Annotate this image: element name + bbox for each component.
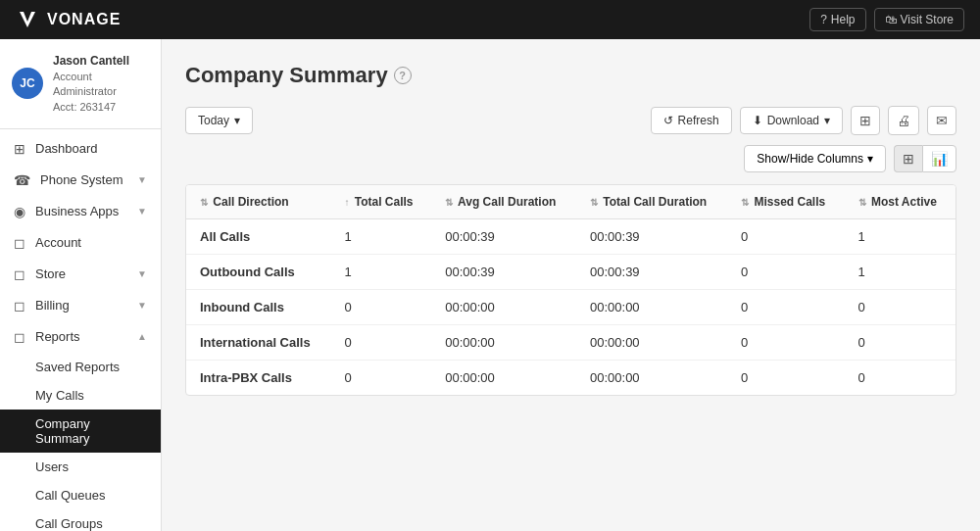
user-name: Jason Cantell [53, 53, 149, 70]
sidebar-item-store[interactable]: ◻ Store ▼ [0, 259, 161, 290]
page-title: Company Summary ? [185, 63, 956, 88]
refresh-button[interactable]: ↺ Refresh [651, 107, 732, 134]
view-toggle: ⊞ 📊 [894, 145, 956, 172]
sidebar-item-billing[interactable]: ◻ Billing ▼ [0, 290, 161, 321]
help-icon: ? [820, 13, 827, 26]
chevron-icon: ▼ [137, 206, 147, 217]
sidebar-item-users[interactable]: Users [0, 453, 161, 481]
toolbar-left: Today ▾ [185, 107, 253, 134]
user-acct: Acct: 263147 [53, 100, 149, 115]
sort-icon: ⇅ [200, 197, 208, 208]
layout: JC Jason Cantell Account Administrator A… [0, 39, 980, 531]
table-view-button[interactable]: ⊞ [894, 145, 922, 172]
sidebar-item-label: Billing [35, 298, 70, 313]
email-icon: ✉ [936, 113, 948, 128]
cell-total-calls: 1 [330, 219, 431, 255]
cell-avg-duration: 00:00:00 [431, 325, 576, 361]
cell-most-active: 1 [845, 255, 956, 290]
phone-icon: ☎ [14, 172, 30, 188]
cell-direction: Outbound Calls [186, 255, 330, 290]
show-hide-columns-button[interactable]: Show/Hide Columns ▾ [744, 145, 886, 172]
summary-table: ⇅ Call Direction ↑ Total Calls ⇅ Avg Cal… [186, 185, 956, 395]
cell-missed-calls: 0 [727, 290, 844, 325]
sidebar-item-reports[interactable]: ◻ Reports ▲ [0, 321, 161, 353]
col-header-avg-call-duration[interactable]: ⇅ Avg Call Duration [431, 185, 576, 219]
chevron-icon: ▲ [137, 331, 147, 342]
table-icon: ⊞ [859, 113, 871, 128]
sidebar-item-phone-system[interactable]: ☎ Phone System ▼ [0, 165, 161, 196]
col-header-total-calls[interactable]: ↑ Total Calls [330, 185, 431, 219]
download-icon: ⬇ [753, 114, 762, 127]
chevron-icon: ▼ [137, 174, 147, 185]
logo-text: VONAGE [47, 11, 121, 28]
col-header-call-direction[interactable]: ⇅ Call Direction [186, 185, 330, 219]
chevron-down-icon: ▾ [824, 114, 830, 127]
toolbar-row2: Show/Hide Columns ▾ ⊞ 📊 [185, 145, 956, 172]
table-view-icon: ⊞ [903, 151, 914, 167]
visit-store-button[interactable]: 🛍 Visit Store [874, 8, 964, 31]
user-role: Account Administrator [53, 70, 149, 100]
col-header-total-call-duration[interactable]: ⇅ Total Call Duration [576, 185, 727, 219]
sidebar-item-dashboard[interactable]: ⊞ Dashboard [0, 133, 161, 165]
download-button[interactable]: ⬇ Download ▾ [740, 107, 843, 134]
sidebar-user: JC Jason Cantell Account Administrator A… [0, 39, 161, 129]
grid-icon: ⊞ [14, 141, 25, 157]
sidebar-item-my-calls[interactable]: My Calls [0, 381, 161, 410]
info-icon[interactable]: ? [394, 67, 412, 84]
sort-icon: ⇅ [858, 197, 866, 208]
date-filter-button[interactable]: Today ▾ [185, 107, 253, 134]
main-content: Company Summary ? Today ▾ ↺ Refresh ⬇ Do… [162, 39, 980, 531]
cell-total-calls: 1 [330, 255, 431, 290]
sidebar-nav: ⊞ Dashboard ☎ Phone System ▼ ◉ Business … [0, 129, 161, 531]
help-button[interactable]: ? Help [809, 8, 865, 31]
logo: VONAGE [16, 8, 121, 31]
cell-total-duration: 00:00:39 [576, 219, 727, 255]
sidebar-item-account[interactable]: ◻ Account [0, 227, 161, 259]
sidebar-item-label: Reports [35, 329, 80, 344]
cell-total-calls: 0 [330, 290, 431, 325]
cell-direction: All Calls [186, 219, 330, 255]
show-hide-label: Show/Hide Columns [757, 152, 863, 166]
top-nav: VONAGE ? Help 🛍 Visit Store [0, 0, 980, 39]
visit-store-label: Visit Store [901, 13, 954, 26]
sidebar-item-call-groups[interactable]: Call Groups [0, 509, 161, 531]
cell-total-calls: 0 [330, 361, 431, 396]
cell-total-duration: 00:00:39 [576, 255, 727, 290]
sort-icon: ⇅ [741, 197, 749, 208]
sidebar: JC Jason Cantell Account Administrator A… [0, 39, 162, 531]
sidebar-item-business-apps[interactable]: ◉ Business Apps ▼ [0, 196, 161, 227]
download-label: Download [767, 114, 819, 127]
cell-missed-calls: 0 [727, 255, 844, 290]
col-header-missed-calls[interactable]: ⇅ Missed Calls [727, 185, 844, 219]
sidebar-item-call-queues[interactable]: Call Queues [0, 481, 161, 509]
print-button[interactable]: 🖨 [888, 106, 919, 135]
table-row: Inbound Calls 0 00:00:00 00:00:00 0 0 [186, 290, 956, 325]
account-icon: ◻ [14, 235, 25, 251]
sidebar-item-label: Account [35, 235, 81, 250]
email-button[interactable]: ✉ [927, 106, 956, 135]
chevron-icon: ▼ [137, 300, 147, 311]
sidebar-item-saved-reports[interactable]: Saved Reports [0, 353, 161, 381]
chevron-icon: ▼ [137, 268, 147, 279]
table-row: Intra-PBX Calls 0 00:00:00 00:00:00 0 0 [186, 361, 956, 396]
table-export-button[interactable]: ⊞ [851, 106, 880, 135]
user-info: Jason Cantell Account Administrator Acct… [53, 53, 149, 115]
apps-icon: ◉ [14, 204, 25, 219]
sort-icon: ⇅ [590, 197, 598, 208]
table-body: All Calls 1 00:00:39 00:00:39 0 1 Outbou… [186, 219, 956, 396]
chart-view-button[interactable]: 📊 [922, 145, 956, 172]
cell-total-duration: 00:00:00 [576, 290, 727, 325]
toolbar: Today ▾ ↺ Refresh ⬇ Download ▾ ⊞ � [185, 106, 956, 135]
table-row: Outbound Calls 1 00:00:39 00:00:39 0 1 [186, 255, 956, 290]
sidebar-item-label: Store [35, 266, 66, 281]
cell-avg-duration: 00:00:00 [431, 361, 576, 396]
col-header-most-active[interactable]: ⇅ Most Active [845, 185, 956, 219]
cell-direction: Intra-PBX Calls [186, 361, 330, 396]
sidebar-item-company-summary[interactable]: Company Summary [0, 410, 161, 453]
cell-missed-calls: 0 [727, 361, 844, 396]
sidebar-item-label: Business Apps [35, 204, 119, 218]
cell-total-duration: 00:00:00 [576, 325, 727, 361]
table-row: All Calls 1 00:00:39 00:00:39 0 1 [186, 219, 956, 255]
data-table: ⇅ Call Direction ↑ Total Calls ⇅ Avg Cal… [185, 184, 956, 396]
sidebar-item-label: Phone System [40, 172, 123, 187]
